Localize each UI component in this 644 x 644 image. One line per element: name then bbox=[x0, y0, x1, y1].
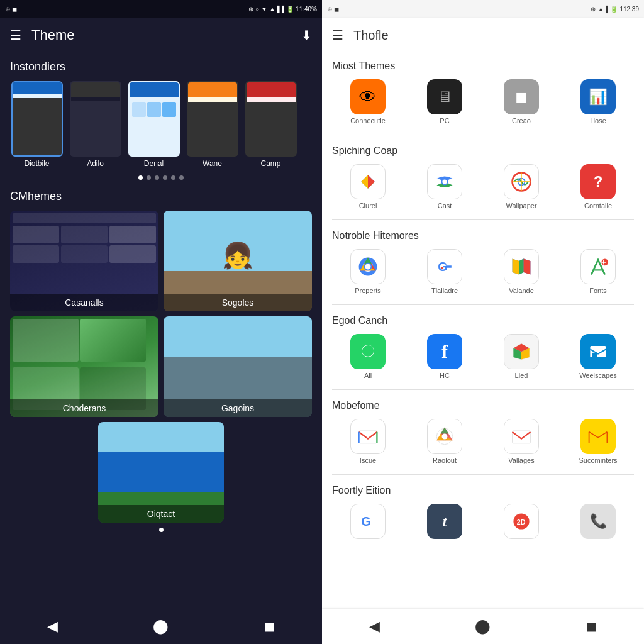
app-item-weelscapes[interactable]: Weelscapes bbox=[562, 334, 634, 379]
app-item-hc[interactable]: f HC bbox=[409, 334, 480, 379]
carousel-thumb-3[interactable] bbox=[128, 81, 180, 157]
app-icon-hose: 📊 bbox=[580, 79, 616, 114]
miost-themes-grid: 👁 Connecutie 🖥 PC ◼ Creao bbox=[332, 79, 634, 125]
app-item-fonts[interactable]: Fonts bbox=[562, 249, 634, 294]
status-bar-right: ⊕ ◼ ⊕ ▲ ▌🔋 112:39 bbox=[322, 0, 644, 18]
carousel-label-2: Adilo bbox=[87, 159, 104, 168]
grid-label-sogoles: Sogoles bbox=[164, 294, 312, 311]
app-label-hc: HC bbox=[440, 372, 450, 379]
svg-rect-18 bbox=[359, 431, 377, 443]
app-item-creao[interactable]: ◼ Creao bbox=[486, 79, 557, 125]
status-icons-right-left: ⊕ ◼ bbox=[327, 6, 339, 13]
app-item-foortly-1[interactable]: G bbox=[332, 504, 404, 541]
carousel-thumb-5[interactable] bbox=[245, 81, 297, 157]
app-item-foortly-4[interactable]: 📞 bbox=[562, 504, 634, 541]
app-icon-corntaile: ? bbox=[580, 164, 616, 199]
menu-icon-right[interactable]: ☰ bbox=[332, 28, 343, 43]
app-item-pc[interactable]: 🖥 PC bbox=[409, 79, 480, 125]
download-icon[interactable]: ⬇ bbox=[301, 28, 312, 43]
grid-item-sogoles[interactable]: Sogoles bbox=[164, 211, 312, 311]
app-icon-connecutie: 👁 bbox=[350, 79, 386, 114]
carousel-container[interactable]: Diotbile bbox=[10, 81, 312, 170]
app-item-preperts[interactable]: Preperts bbox=[332, 249, 404, 294]
divider-3 bbox=[332, 304, 634, 305]
carousel-thumb-1[interactable] bbox=[11, 81, 63, 157]
back-button-left[interactable]: ◀ bbox=[47, 618, 58, 635]
app-item-wallpaper[interactable]: Wallpaper bbox=[486, 164, 557, 209]
app-item-valande[interactable]: Valande bbox=[486, 249, 557, 294]
app-label-cast: Cast bbox=[438, 202, 452, 209]
svg-point-6 bbox=[365, 264, 371, 270]
app-label-lied: Lied bbox=[515, 372, 528, 379]
back-button-right[interactable]: ◀ bbox=[369, 618, 380, 635]
carousel-item-diotbile[interactable]: Diotbile bbox=[10, 81, 64, 168]
carousel-dots bbox=[10, 175, 312, 180]
grid-item-gagoins[interactable]: Gagoins bbox=[164, 316, 312, 417]
grid-2col-1: Casanalls Sogoles bbox=[10, 211, 312, 311]
app-icon-foortly-3: 2D bbox=[504, 504, 539, 539]
app-item-connecutie[interactable]: 👁 Connecutie bbox=[332, 79, 404, 125]
carousel-item-adilo[interactable]: Adilo bbox=[69, 81, 122, 168]
app-icon-weelscapes bbox=[580, 334, 616, 369]
app-item-clurel[interactable]: Clurel bbox=[332, 164, 404, 209]
app-item-foortly-3[interactable]: 2D bbox=[486, 504, 557, 541]
carousel-thumb-2[interactable] bbox=[70, 81, 121, 157]
carousel-item-wane[interactable]: Wane bbox=[186, 81, 239, 168]
app-icon-sucominters bbox=[580, 419, 616, 454]
app-label-raolout: Raolout bbox=[433, 457, 457, 464]
app-label-fonts: Fonts bbox=[589, 287, 607, 294]
cmhemes-title: CMhemes bbox=[10, 190, 312, 203]
app-item-raolout[interactable]: Raolout bbox=[409, 419, 480, 464]
recent-button-right[interactable]: ◼ bbox=[586, 618, 597, 635]
home-button-left[interactable]: ⬤ bbox=[153, 618, 169, 635]
signal-bars-icon: ▲ bbox=[269, 6, 275, 13]
dot-1 bbox=[138, 175, 143, 180]
dot-2 bbox=[147, 175, 151, 180]
spiching-coap-grid: Clurel Cast bbox=[332, 164, 634, 209]
app-item-vallages[interactable]: Vallages bbox=[486, 419, 557, 464]
app-item-all[interactable]: All bbox=[332, 334, 404, 379]
nav-bar-left: ◀ ⬤ ◼ bbox=[0, 609, 322, 644]
grid-item-choderans[interactable]: Choderans bbox=[10, 316, 158, 417]
divider-1 bbox=[332, 135, 634, 135]
menu-icon[interactable]: ☰ bbox=[10, 28, 21, 43]
app-item-tlailadre[interactable]: G Tlailadre bbox=[409, 249, 480, 294]
app-item-cast[interactable]: Cast bbox=[409, 164, 480, 209]
app-label-iscue: Iscue bbox=[360, 457, 376, 464]
app-title-left: Theme bbox=[31, 27, 291, 43]
app-item-iscue[interactable]: Iscue bbox=[332, 419, 404, 464]
recent-button-left[interactable]: ◼ bbox=[264, 618, 275, 635]
carousel-thumb-4[interactable] bbox=[187, 81, 238, 157]
app-item-foortly-2[interactable]: t bbox=[409, 504, 480, 541]
app-icon-foortly-1: G bbox=[350, 504, 386, 539]
svg-point-0 bbox=[442, 179, 448, 185]
svg-text:G: G bbox=[361, 514, 370, 528]
app-item-corntaile[interactable]: ? Corntaile bbox=[562, 164, 634, 209]
dot-4 bbox=[163, 175, 167, 180]
status-icon-r2: ◼ bbox=[334, 6, 339, 13]
app-icon-foortly-4: 📞 bbox=[580, 504, 616, 539]
carousel-item-camp[interactable]: Camp bbox=[244, 81, 297, 168]
app-item-sucominters[interactable]: Sucominters bbox=[562, 419, 634, 464]
carousel-label-1: Diotbile bbox=[24, 159, 49, 168]
divider-5 bbox=[332, 474, 634, 475]
grid-item-oiqtact[interactable]: Oiqtact bbox=[98, 422, 224, 523]
app-item-hose[interactable]: 📊 Hose bbox=[562, 79, 634, 125]
app-bar-left: ☰ Theme ⬇ bbox=[0, 18, 322, 53]
foortly-grid: G t 2D bbox=[332, 504, 634, 541]
grid-item-casanalls[interactable]: Casanalls bbox=[10, 211, 158, 311]
home-button-right[interactable]: ⬤ bbox=[475, 618, 491, 635]
app-bar-right: ☰ Thofle bbox=[322, 18, 644, 53]
app-label-pc: PC bbox=[440, 117, 449, 125]
app-label-creao: Creao bbox=[512, 117, 531, 125]
app-item-lied[interactable]: Lied bbox=[486, 334, 557, 379]
instondiers-title: Instondiers bbox=[10, 60, 312, 74]
section-spiching-coap: Spiching Coap Clurel bbox=[322, 138, 644, 217]
carousel-label-3: Denal bbox=[144, 159, 164, 168]
app-label-corntaile: Corntaile bbox=[584, 202, 612, 209]
carousel-item-denal[interactable]: Denal bbox=[127, 81, 180, 168]
svg-marker-10 bbox=[519, 258, 523, 274]
battery-icon: ▌▌🔋 bbox=[277, 6, 294, 13]
grid-2col-2: Choderans Gagoins bbox=[10, 316, 312, 417]
svg-marker-11 bbox=[524, 258, 531, 274]
